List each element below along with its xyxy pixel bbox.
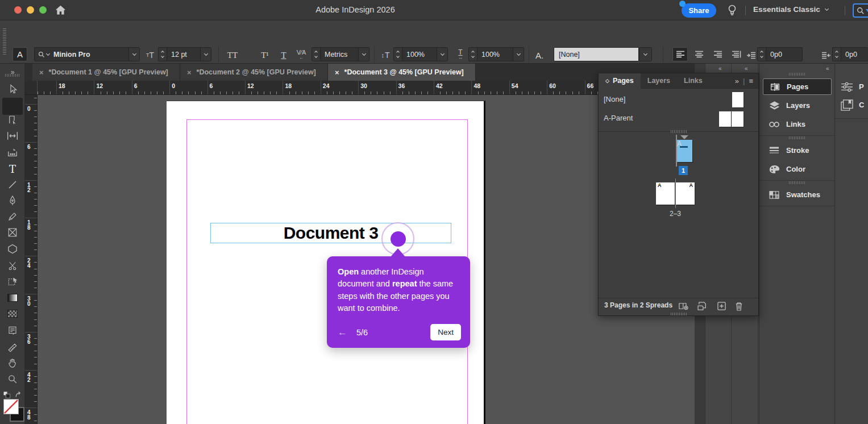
panel-grip[interactable] [3, 28, 6, 56]
line-tool[interactable] [5, 177, 20, 192]
free-transform-tool[interactable] [5, 275, 20, 289]
rectangle-frame-tool[interactable] [5, 225, 20, 240]
measure-tool[interactable] [5, 340, 20, 355]
close-icon[interactable]: × [187, 68, 192, 77]
right-indent-field[interactable]: 0p0 [832, 47, 868, 61]
dock-grip[interactable] [789, 136, 805, 139]
font-size-field[interactable]: 12 pt [158, 47, 211, 61]
panel-resize-grip[interactable] [671, 313, 687, 315]
edit-page-size-icon[interactable] [678, 301, 690, 311]
close-icon[interactable]: × [335, 68, 339, 77]
collapse-dock-icon[interactable]: « [826, 65, 829, 72]
notes-tool[interactable] [5, 323, 20, 338]
back-arrow-icon[interactable]: ← [338, 327, 347, 338]
master-a-left-thumbnail[interactable] [719, 111, 731, 127]
content-collector-tool[interactable] [5, 145, 20, 160]
tab-document-3[interactable]: × *Document 3 @ 45% [GPU Preview] [328, 64, 476, 81]
tab-document-2[interactable]: × *Document 2 @ 45% [GPU Preview] [180, 64, 328, 81]
delete-page-icon[interactable] [733, 301, 745, 311]
character-style-combo[interactable]: [None] [554, 47, 639, 61]
gradient-feather-tool[interactable] [5, 306, 20, 321]
align-towards-spine-button[interactable] [729, 47, 744, 61]
kerning-stepper[interactable] [312, 48, 321, 61]
zoom-tool[interactable] [5, 372, 20, 386]
left-indent-field[interactable]: 0p0 [757, 47, 803, 61]
spread-2-3-label[interactable]: 2–3 [655, 210, 695, 218]
character-style-dropdown-button[interactable] [639, 47, 652, 61]
dock-item-properties[interactable]: P [841, 78, 868, 95]
gap-tool[interactable] [5, 128, 20, 143]
dock-item-stroke[interactable]: Stroke [763, 142, 832, 159]
share-button[interactable]: Share [682, 3, 716, 18]
workspace-switcher[interactable]: Essentials Classic [753, 5, 828, 14]
minimize-window-button[interactable] [27, 6, 34, 14]
type-tool[interactable]: T [5, 161, 20, 176]
character-formatting-button[interactable]: A [13, 47, 27, 61]
dock-item-layers[interactable]: Layers [763, 97, 832, 114]
tab-layers[interactable]: Layers [641, 73, 677, 89]
maximize-window-button[interactable] [39, 6, 47, 14]
vertical-scale-stepper[interactable] [394, 48, 402, 61]
horizontal-ruler[interactable]: 181260612182430364248546066 [25, 81, 695, 95]
ruler-origin-corner[interactable] [25, 81, 38, 95]
shape-tool[interactable] [5, 242, 20, 256]
create-new-spread-icon[interactable] [697, 301, 708, 311]
dock-item-swatches[interactable]: Swatches [763, 186, 832, 203]
coachmark-dot[interactable] [391, 231, 406, 247]
underline-button[interactable]: T [276, 49, 291, 61]
tab-document-1[interactable]: × *Document 1 @ 45% [GPU Preview] [32, 64, 180, 81]
horizontal-scale-field[interactable]: 100% [468, 47, 524, 61]
horizontal-scale-dropdown-button[interactable] [513, 48, 524, 61]
pen-tool[interactable] [5, 193, 20, 208]
fill-color-swatch[interactable] [3, 399, 19, 414]
vertical-ruler[interactable]: 061 21 82 43 03 64 24 8 [25, 95, 38, 424]
dock-grip[interactable] [789, 73, 805, 76]
align-left-button[interactable] [672, 47, 688, 61]
font-family-combo[interactable]: Minion Pro [34, 47, 140, 61]
kerning-dropdown-button[interactable] [358, 48, 369, 61]
all-caps-button[interactable]: TT [223, 49, 242, 61]
font-size-dropdown-button[interactable] [200, 48, 211, 61]
page-1-thumbnail[interactable]: A [677, 140, 692, 162]
left-indent-stepper[interactable] [758, 48, 766, 61]
next-button[interactable]: Next [430, 324, 461, 340]
pasteboard[interactable]: Document 3 Open another InDesign documen… [38, 95, 695, 424]
kerning-field[interactable]: Metrics [312, 47, 369, 61]
close-window-button[interactable] [14, 6, 22, 14]
new-page-icon[interactable] [716, 301, 727, 311]
page-2-thumbnail[interactable]: A [656, 182, 675, 205]
dock-item-pages[interactable]: Pages [763, 78, 832, 95]
tab-pages[interactable]: ◇ Pages [599, 73, 641, 89]
horizontal-scale-stepper[interactable] [469, 48, 477, 61]
tools-grip[interactable] [5, 74, 20, 77]
right-indent-stepper[interactable] [833, 48, 841, 61]
vertical-scale-dropdown-button[interactable] [437, 48, 447, 61]
align-right-button[interactable] [710, 47, 725, 61]
expand-tools-icon[interactable]: » [5, 65, 20, 80]
vertical-scale-field[interactable]: 100% [393, 47, 448, 61]
superscript-button[interactable]: T¹ [257, 49, 273, 61]
home-icon[interactable] [55, 4, 67, 16]
master-a-parent-label[interactable]: A-Parent [604, 114, 633, 122]
close-icon[interactable]: × [39, 68, 44, 77]
collapse-dock-icon[interactable]: « [719, 65, 721, 72]
pencil-tool[interactable] [5, 209, 20, 224]
gradient-swatch-tool[interactable] [5, 290, 20, 305]
collapse-panel-icon[interactable]: ◇ [605, 78, 609, 84]
panel-menu-icon[interactable]: ≡ [749, 77, 753, 85]
scissors-tool[interactable] [5, 259, 20, 273]
page-1-number[interactable]: 1 [679, 166, 688, 175]
dock-item-color[interactable]: Color [763, 161, 832, 177]
master-a-right-thumbnail[interactable] [732, 111, 744, 127]
master-none-label[interactable]: [None] [604, 95, 625, 103]
selection-tool[interactable] [5, 82, 20, 97]
dock-grip[interactable] [789, 181, 805, 184]
panel-expand-icon[interactable]: » [735, 77, 739, 85]
hand-tool[interactable] [5, 356, 20, 371]
dock-item-cc-libraries[interactable]: C [841, 97, 868, 113]
align-center-button[interactable] [691, 47, 707, 61]
app-search-button[interactable] [853, 3, 868, 18]
master-none-thumbnail[interactable] [732, 92, 744, 107]
page-3-thumbnail[interactable]: A [676, 182, 695, 205]
text-frame[interactable]: Document 3 [210, 223, 451, 243]
